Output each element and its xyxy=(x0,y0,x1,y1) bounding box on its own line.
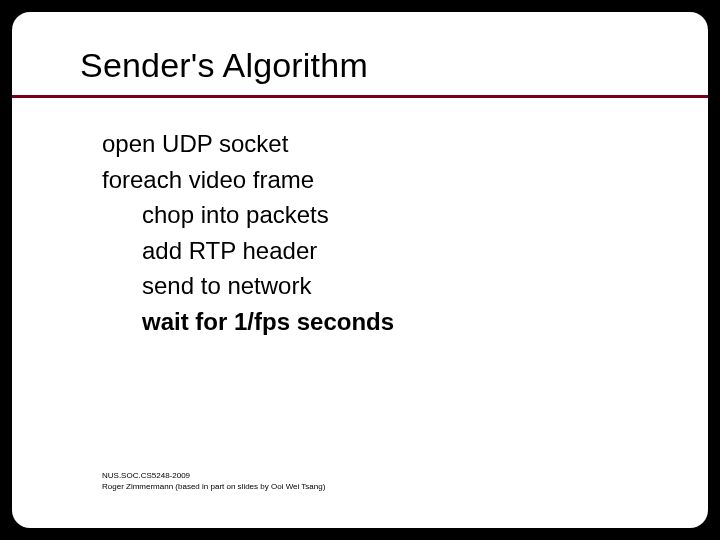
code-line-bold: wait for 1/fps seconds xyxy=(102,304,708,340)
footer-line: NUS.SOC.CS5248-2009 xyxy=(102,471,325,481)
footer-line: Roger Zimmermann (based in part on slide… xyxy=(102,482,325,492)
slide-title: Sender's Algorithm xyxy=(12,46,708,95)
slide-content: open UDP socket foreach video frame chop… xyxy=(12,98,708,339)
slide: Sender's Algorithm open UDP socket forea… xyxy=(12,12,708,528)
code-line: open UDP socket xyxy=(102,126,708,162)
code-line-indent: add RTP header xyxy=(102,233,708,269)
code-line: foreach video frame xyxy=(102,162,708,198)
slide-footer: NUS.SOC.CS5248-2009 Roger Zimmermann (ba… xyxy=(102,471,325,492)
code-line-indent: chop into packets xyxy=(102,197,708,233)
code-line-indent: send to network xyxy=(102,268,708,304)
